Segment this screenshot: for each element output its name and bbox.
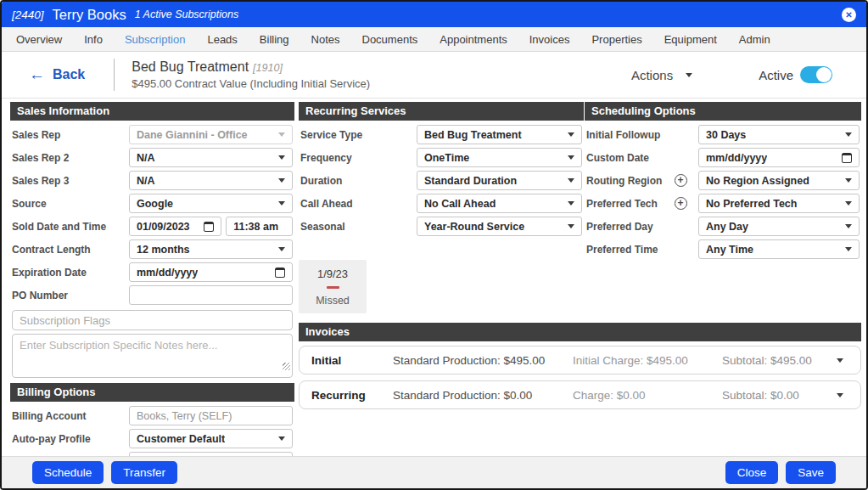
divider (114, 59, 115, 91)
billing-account-label: Billing Account (12, 410, 129, 422)
source-select[interactable]: Google (129, 194, 293, 213)
tab-admin[interactable]: Admin (728, 33, 781, 46)
preferred-tech-label: Preferred Tech (586, 198, 675, 210)
sales-information-header: Sales Information (10, 102, 294, 121)
expiration-date-input[interactable]: mm/dd/yyyy (129, 262, 293, 282)
chevron-down-icon (686, 73, 692, 77)
contract-length-select[interactable]: 12 months (129, 239, 293, 259)
subscription-notes-textarea[interactable] (12, 334, 293, 378)
sales-column: Sales Information Sales Rep Dane Giannin… (10, 99, 294, 488)
tab-notes[interactable]: Notes (300, 33, 351, 46)
duration-select[interactable]: Standard Duration (417, 171, 582, 190)
routing-region-label: Routing Region (586, 175, 675, 187)
chevron-down-icon[interactable] (837, 358, 843, 363)
transfer-button[interactable]: Transfer (111, 461, 177, 484)
add-preferred-tech-icon[interactable] (675, 197, 687, 210)
tab-equipment[interactable]: Equipment (653, 33, 728, 46)
contract-length-label: Contract Length (12, 244, 129, 256)
chevron-down-icon (278, 178, 285, 183)
preferred-time-select[interactable]: Any Time (698, 239, 860, 259)
titlebar: [2440] Terry Books 1 Active Subscription… (2, 2, 866, 27)
tab-invoices[interactable]: Invoices (518, 33, 581, 46)
close-icon[interactable] (842, 8, 856, 22)
sales-rep-select[interactable]: Dane Giannini - Office (129, 125, 293, 144)
chevron-down-icon (845, 224, 852, 228)
schedule-button[interactable]: Schedule (32, 461, 104, 484)
chevron-down-icon[interactable] (837, 393, 843, 397)
tab-leads[interactable]: Leads (196, 33, 248, 46)
chevron-down-icon (278, 247, 285, 251)
preferred-tech-select[interactable]: No Preferred Tech (698, 194, 860, 213)
auto-pay-profile-label: Auto-pay Profile (12, 433, 129, 445)
sales-rep-2-label: Sales Rep 2 (12, 152, 129, 164)
preferred-time-label: Preferred Time (586, 244, 675, 256)
chevron-down-icon (278, 201, 285, 206)
invoices-panel: Invoices Initial Standard Production: $4… (299, 323, 861, 415)
source-label: Source (12, 198, 129, 210)
footer-bar: Schedule Transfer Close Save (2, 456, 866, 488)
seasonal-label: Seasonal (300, 221, 417, 233)
preferred-day-select[interactable]: Any Day (698, 217, 860, 236)
service-type-label: Service Type (300, 129, 417, 141)
frequency-select[interactable]: OneTime (417, 148, 582, 167)
invoice-row-initial[interactable]: Initial Standard Production: $495.00 Ini… (299, 346, 861, 375)
page-title: Bed Bug Treatment (132, 59, 249, 74)
tab-subscription[interactable]: Subscription (114, 33, 197, 46)
billing-options-header: Billing Options (10, 383, 294, 402)
routing-region-select[interactable]: No Region Assigned (698, 171, 860, 190)
active-subscriptions-count: 1 Active Subscriptions (135, 8, 239, 20)
tab-info[interactable]: Info (73, 33, 114, 46)
tab-properties[interactable]: Properties (580, 33, 652, 46)
add-routing-region-icon[interactable] (675, 174, 687, 187)
preferred-day-label: Preferred Day (586, 221, 675, 233)
save-button[interactable]: Save (786, 461, 836, 484)
scheduling-options-header: Scheduling Options (585, 102, 861, 121)
appointment-status: Missed (299, 295, 367, 307)
tab-billing[interactable]: Billing (249, 33, 300, 46)
sales-rep-2-select[interactable]: N/A (129, 148, 293, 167)
po-number-input[interactable] (129, 285, 293, 305)
call-ahead-select[interactable]: No Call Ahead (417, 194, 582, 213)
toggle-knob (816, 67, 832, 82)
missed-dash-icon (327, 286, 339, 289)
chevron-down-icon (845, 132, 852, 137)
active-toggle[interactable] (800, 66, 832, 83)
back-button[interactable]: Back (29, 65, 85, 84)
tab-overview[interactable]: Overview (5, 33, 73, 46)
chevron-down-icon (568, 224, 574, 228)
subscription-flags-input[interactable] (12, 310, 293, 330)
sold-time-input[interactable]: 11:38 am (226, 217, 293, 236)
subscription-header: Back Bed Bug Treatment[1910] $495.00 Con… (2, 52, 866, 99)
subscription-id: [1910] (253, 62, 283, 74)
chevron-down-icon (845, 247, 852, 251)
initial-followup-select[interactable]: 30 Days (698, 125, 860, 144)
chevron-down-icon (568, 178, 574, 183)
custom-date-input[interactable]: mm/dd/yyyy (698, 148, 860, 167)
expiration-date-label: Expiration Date (12, 267, 129, 279)
invoice-row-recurring[interactable]: Recurring Standard Production: $0.00 Cha… (299, 380, 861, 409)
customer-id: [2440] (12, 8, 44, 21)
tab-bar: Overview Info Subscription Leads Billing… (2, 27, 866, 52)
sales-rep-3-select[interactable]: N/A (129, 171, 293, 190)
auto-pay-profile-select[interactable]: Customer Default (129, 429, 293, 448)
service-type-select[interactable]: Bed Bug Treatment (417, 125, 582, 144)
recurring-services-header: Recurring Services (299, 102, 584, 121)
seasonal-select[interactable]: Year-Round Service (417, 217, 582, 236)
sales-rep-3-label: Sales Rep 3 (12, 175, 129, 187)
tab-appointments[interactable]: Appointments (428, 33, 518, 46)
sales-rep-label: Sales Rep (12, 129, 129, 141)
chevron-down-icon (845, 178, 852, 183)
active-label: Active (759, 68, 793, 82)
sold-date-input[interactable]: 01/09/2023 (129, 217, 221, 236)
calendar-icon (204, 222, 214, 232)
billing-account-field[interactable]: Books, Terry (SELF) (129, 406, 293, 425)
actions-menu-button[interactable]: Actions (631, 68, 692, 82)
appointment-card[interactable]: 1/9/23 Missed (299, 260, 367, 313)
tab-documents[interactable]: Documents (351, 33, 429, 46)
back-label: Back (53, 67, 85, 82)
subscription-window: [2440] Terry Books 1 Active Subscription… (0, 0, 868, 490)
close-button[interactable]: Close (725, 461, 779, 484)
frequency-label: Frequency (300, 152, 417, 164)
back-arrow-icon (29, 65, 45, 84)
sold-date-time-label: Sold Date and Time (12, 221, 129, 233)
